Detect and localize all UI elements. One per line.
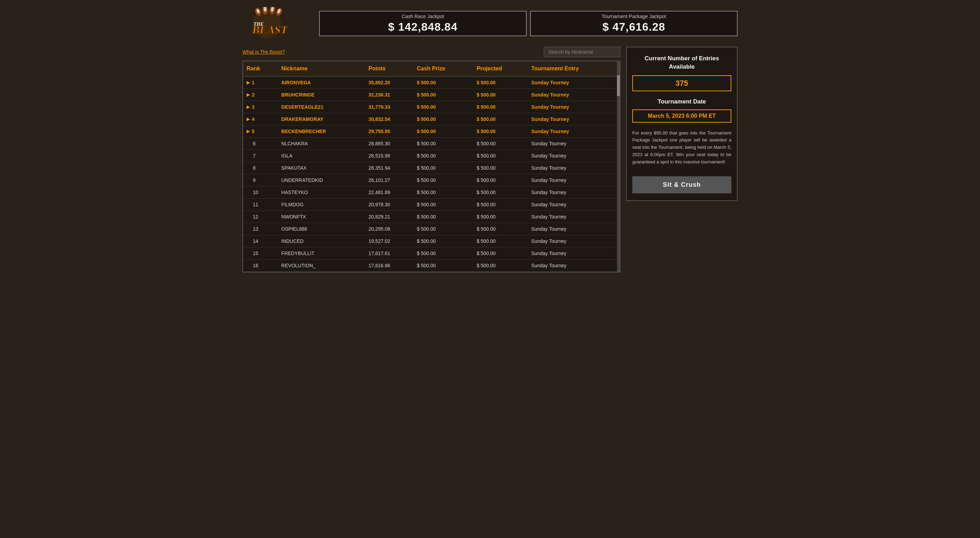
table-row[interactable]: 16REVOLUTION_17,616.86$ 500.00$ 500.00Su…	[243, 260, 620, 272]
table-row[interactable]: ▶1AIRONVEGA35,892.20$ 500.00$ 500.00Sund…	[243, 76, 620, 89]
rank-number: 3	[252, 104, 255, 110]
chevron-right-icon: ▶	[247, 117, 250, 122]
tournament-entry-cell: Sunday Tourney	[528, 89, 620, 101]
tournament-entry-cell: Sunday Tourney	[528, 223, 620, 235]
beast-logo: THE BEAST	[242, 7, 305, 38]
rank-cell: ▶5	[243, 125, 278, 138]
points-cell: 28,515.99	[365, 150, 414, 162]
nickname-cell: DESERTEAGLE21	[278, 101, 365, 113]
cash-race-label: Cash Race Jackpot	[324, 14, 522, 19]
table-row[interactable]: 8SPAKUTAX28,351.94$ 500.00$ 500.00Sunday…	[243, 162, 620, 174]
main-content: What is The Beast? Rank Nickname Points …	[242, 47, 738, 273]
projected-cell: $ 500.00	[473, 186, 528, 198]
cash-prize-cell: $ 500.00	[413, 101, 473, 113]
rank-cell: 12	[243, 211, 278, 223]
nickname-cell: NWONFTX	[278, 211, 365, 223]
date-value: March 5, 2023 6:00 PM ET	[632, 110, 731, 123]
table-scroll-wrapper: Rank Nickname Points Cash Prize Projecte…	[242, 60, 620, 273]
tournament-entry-cell: Sunday Tourney	[528, 101, 620, 113]
points-cell: 35,892.20	[365, 76, 414, 89]
projected-cell: $ 500.00	[473, 101, 528, 113]
rank-cell: ▶3	[243, 101, 278, 113]
tournament-entry-cell: Sunday Tourney	[528, 260, 620, 272]
cash-prize-cell: $ 500.00	[413, 162, 473, 174]
tourney-package-label: Tournament Package Jackpot	[535, 14, 733, 19]
cash-prize-cell: $ 500.00	[413, 113, 473, 125]
table-row[interactable]: 10HASTEYKO22,481.89$ 500.00$ 500.00Sunda…	[243, 186, 620, 198]
what-is-link[interactable]: What is The Beast?	[242, 49, 285, 55]
projected-cell: $ 500.00	[473, 150, 528, 162]
nickname-cell: BRUHCRINGE	[278, 89, 365, 101]
projected-cell: $ 500.00	[473, 174, 528, 186]
points-cell: 20,829.21	[365, 211, 414, 223]
header: THE BEAST Cash Race Jackpot $ 142,848.84…	[242, 7, 738, 40]
rank-cell: ▶4	[243, 113, 278, 125]
logo-area: THE BEAST	[242, 7, 312, 40]
tournament-entry-cell: Sunday Tourney	[528, 248, 620, 260]
table-row[interactable]: 11FILMDOG20,978.30$ 500.00$ 500.00Sunday…	[243, 198, 620, 211]
tournament-entry-cell: Sunday Tourney	[528, 150, 620, 162]
points-cell: 17,616.86	[365, 260, 414, 272]
rank-number: 16	[253, 263, 258, 268]
search-input[interactable]	[544, 47, 620, 57]
table-row[interactable]: ▶4DRAKERAMORAY30,832.54$ 500.00$ 500.00S…	[243, 113, 620, 125]
rank-cell: 11	[243, 198, 278, 211]
table-row[interactable]: ▶2BRUHCRINGE32,236.31$ 500.00$ 500.00Sun…	[243, 89, 620, 101]
table-header-row: Rank Nickname Points Cash Prize Projecte…	[243, 61, 620, 76]
chevron-right-icon: ▶	[247, 129, 250, 134]
points-cell: 26,101.27	[365, 174, 414, 186]
projected-cell: $ 500.00	[473, 260, 528, 272]
rank-number: 10	[253, 190, 258, 195]
projected-cell: $ 500.00	[473, 76, 528, 89]
rank-number: 2	[252, 92, 255, 98]
description-text: For every $95.00 that goes into the Tour…	[632, 130, 731, 166]
rank-number: 1	[252, 80, 255, 86]
top-bar: What is The Beast?	[242, 47, 620, 57]
rank-cell: 14	[243, 235, 278, 248]
rank-number: 12	[253, 214, 258, 219]
table-row[interactable]: ▶5BECKENBRECHER29,750.85$ 500.00$ 500.00…	[243, 125, 620, 138]
nickname-cell: REVOLUTION_	[278, 260, 365, 272]
points-cell: 30,832.54	[365, 113, 414, 125]
col-cash-prize: Cash Prize	[413, 61, 473, 76]
chevron-right-icon: ▶	[247, 105, 250, 110]
points-cell: 28,885.30	[365, 138, 414, 150]
rank-number: 5	[252, 129, 255, 134]
sit-crush-button[interactable]: Sit & Crush	[632, 176, 731, 194]
cash-prize-cell: $ 500.00	[413, 138, 473, 150]
projected-cell: $ 500.00	[473, 235, 528, 248]
table-row[interactable]: ▶3DESERTEAGLE2131,779.33$ 500.00$ 500.00…	[243, 101, 620, 113]
page-wrapper: THE BEAST Cash Race Jackpot $ 142,848.84…	[242, 7, 738, 273]
points-cell: 32,236.31	[365, 89, 414, 101]
scroll-indicator[interactable]	[617, 61, 620, 272]
table-row[interactable]: 12NWONFTX20,829.21$ 500.00$ 500.00Sunday…	[243, 211, 620, 223]
nickname-cell: HASTEYKO	[278, 186, 365, 198]
col-rank: Rank	[243, 61, 278, 76]
jackpot-boxes: Cash Race Jackpot $ 142,848.84 Tournamen…	[319, 11, 738, 36]
cash-prize-cell: $ 500.00	[413, 150, 473, 162]
projected-cell: $ 500.00	[473, 198, 528, 211]
projected-cell: $ 500.00	[473, 223, 528, 235]
date-label: Tournament Date	[632, 98, 731, 105]
rank-number: 13	[253, 226, 258, 232]
points-cell: 29,750.85	[365, 125, 414, 138]
tournament-entry-cell: Sunday Tourney	[528, 162, 620, 174]
table-row[interactable]: 13OSPIEL88820,295.08$ 500.00$ 500.00Sund…	[243, 223, 620, 235]
cash-prize-cell: $ 500.00	[413, 125, 473, 138]
tournament-entry-cell: Sunday Tourney	[528, 174, 620, 186]
table-row[interactable]: 15FREDYBULLIT17,617.61$ 500.00$ 500.00Su…	[243, 248, 620, 260]
table-row[interactable]: 14INDUCED19,527.02$ 500.00$ 500.00Sunday…	[243, 235, 620, 248]
nickname-cell: OSPIEL888	[278, 223, 365, 235]
nickname-cell: AIRONVEGA	[278, 76, 365, 89]
rank-cell: 16	[243, 260, 278, 272]
sidebar: Current Number of Entries Available 375 …	[626, 47, 738, 201]
table-row[interactable]: 9UNDERRATEDKID26,101.27$ 500.00$ 500.00S…	[243, 174, 620, 186]
rank-cell: 10	[243, 186, 278, 198]
nickname-cell: UNDERRATEDKID	[278, 174, 365, 186]
rank-cell: 9	[243, 174, 278, 186]
table-row[interactable]: 7IGLA28,515.99$ 500.00$ 500.00Sunday Tou…	[243, 150, 620, 162]
rank-cell: 8	[243, 162, 278, 174]
tournament-entry-cell: Sunday Tourney	[528, 138, 620, 150]
nickname-cell: SPAKUTAX	[278, 162, 365, 174]
table-row[interactable]: 6NLCHAKRA28,885.30$ 500.00$ 500.00Sunday…	[243, 138, 620, 150]
